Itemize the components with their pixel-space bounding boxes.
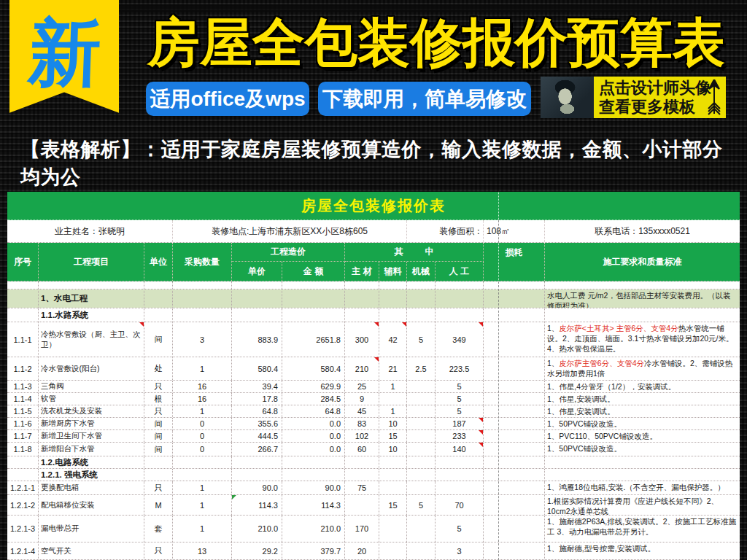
cell-price (232, 456, 282, 468)
cell-id: 1.1-6 (7, 418, 39, 429)
cell-amount: 114.3 (282, 495, 345, 515)
cell-qty: 1 (173, 481, 232, 494)
table-row: 1.1-3三角阀只1639.4629.925151、伟星,4分管牙（1/2），安… (7, 381, 740, 393)
table-row: 1.1-2冷水管敷设(阳台)处1580.4580.4210212.5223.51… (7, 357, 740, 381)
cell-fl (379, 469, 407, 481)
col-machinery: 机械 (407, 262, 436, 281)
page-break-line (498, 220, 499, 243)
table-header: 序号 工程项目 单位 采购数量 工程造价 单价 金 额 其中 主 材 辅料 机械… (7, 243, 740, 281)
cell-unit: M (144, 495, 173, 515)
cell-sh (484, 542, 545, 559)
cell-fl: 42 (379, 322, 407, 357)
table-row: 1.1-6新增厨房下水管间0355.60.083101871、50PVC铺设改造… (7, 418, 740, 430)
cell-id (7, 289, 39, 308)
page-break-line (498, 243, 499, 281)
up-arrow-icon (705, 79, 723, 116)
area-value: 108㎡ (484, 220, 545, 242)
cell-qty: 3 (173, 322, 232, 357)
cell-zc (345, 469, 379, 481)
designer-avatar[interactable] (541, 77, 594, 118)
cell-sh (484, 418, 545, 429)
cell-req: 1、50PVC铺设改造。 (545, 443, 740, 456)
cell-zc: 60 (345, 443, 379, 456)
cell-amount: 210.0 (282, 516, 345, 542)
table-row: 1.1-5洗衣机龙头及安装只164.864.845151、伟星,安装调试。 (7, 405, 740, 418)
col-unit: 单位 (144, 243, 173, 281)
col-main-material: 主 材 (345, 262, 379, 281)
cell-qty: 1 (173, 516, 232, 542)
comment-indicator-icon (402, 322, 406, 327)
cell-price: 90.0 (232, 481, 282, 494)
cell-zc (345, 281, 379, 289)
cell-unit: 根 (144, 393, 173, 405)
designer-note-line1: 点击设计师头像 (599, 79, 704, 98)
table-row: 1.1-8新增阳台下水管间0266.70.060101401、50PVC铺设改造… (7, 443, 740, 456)
cell-zc (345, 495, 379, 515)
table-row: 1.2.1-3漏电带总开套1210.0210.017051、施耐德2P63A,排… (7, 516, 740, 542)
cell-id: 1.1-2 (7, 357, 39, 380)
cell-amount: 2651.8 (282, 322, 345, 357)
cell-price (232, 289, 282, 308)
cell-fl (379, 456, 407, 468)
cell-amount (282, 469, 345, 481)
cell-fl (379, 308, 407, 322)
cell-price (232, 308, 282, 322)
cell-sh (484, 308, 545, 322)
cell-jx: 5 (407, 495, 436, 515)
table-row (7, 281, 740, 289)
cell-rg: 233 (436, 430, 484, 442)
cell-price: 444.5 (232, 430, 282, 442)
table-row: 1.1-1冷热水管敷设（厨、主卫、次卫）间3883.92651.83004253… (7, 322, 740, 357)
cell-req: 1、伟星,4分管牙（1/2），安装调试。 (545, 381, 740, 392)
cell-jx (407, 443, 436, 456)
table-row: 1.1.水路系统 (7, 308, 740, 322)
download-button[interactable]: 下载即用，简单易修改 (318, 82, 531, 116)
cell-fl (379, 281, 407, 289)
cell-price: 266.7 (232, 443, 282, 456)
cell-req (545, 469, 740, 481)
cell-rg: 5 (436, 405, 484, 417)
cell-jx: 2.5 (407, 357, 436, 380)
cell-zc: 75 (345, 481, 379, 494)
table-row: 1.2.1-1更换配电箱只190.090.0751、鸿雁18位电箱,安装.（不含… (7, 481, 740, 495)
cell-fl: 1 (379, 381, 407, 392)
cell-req (545, 308, 740, 322)
designer-note[interactable]: 点击设计师头像 查看更多模板 (594, 77, 726, 118)
cell-qty: 1 (173, 405, 232, 417)
table-row: 1.1-7新增卫生间下水管间0444.50.0102152331、PVC110、… (7, 430, 740, 443)
cell-req (545, 281, 740, 289)
cell-name: 1.1.水路系统 (39, 308, 144, 322)
cell-jx (407, 456, 436, 468)
col-labor: 人 工 (436, 262, 484, 281)
cell-price: 17.8 (232, 393, 282, 405)
compat-button[interactable]: 适用office及wps (146, 82, 309, 116)
cell-fl: 10 (379, 443, 407, 456)
cell-id (7, 308, 39, 322)
cell-unit (144, 289, 173, 308)
page-break-line (498, 192, 499, 220)
cell-id (7, 469, 39, 481)
renovation-address: 装修地点:上海市浦东新区XX小区8栋605 (173, 220, 407, 242)
cell-name: 洗衣机龙头及安装 (39, 405, 144, 417)
cell-sh (484, 381, 545, 392)
col-seq: 序号 (7, 243, 39, 281)
comment-indicator-icon (479, 443, 483, 447)
table-row: 1.1-4软管根1617.8284.5951、伟星,安装调试。 (7, 393, 740, 405)
cell-unit (144, 469, 173, 481)
cell-price: 64.8 (232, 405, 282, 417)
col-among: 其中 (345, 243, 484, 262)
cell-name: 配电箱移位安装 (39, 495, 144, 515)
col-amount: 金 额 (282, 262, 345, 281)
cell-rg: 5 (436, 381, 484, 392)
table-title: 房屋全包装修报价表 (7, 192, 740, 220)
cell-qty: 0 (173, 430, 232, 442)
cell-id (7, 456, 39, 468)
cell-name: 冷水管敷设(阳台) (39, 357, 144, 380)
col-cost-group: 工程造价 单价 金 额 (232, 243, 345, 281)
cell-id: 1.1-1 (7, 322, 39, 357)
cell-rg: 140 (436, 443, 484, 456)
cell-amount: 379.7 (282, 542, 345, 559)
cell-id (7, 281, 39, 289)
cell-fl (379, 481, 407, 494)
cell-sh (484, 469, 545, 481)
